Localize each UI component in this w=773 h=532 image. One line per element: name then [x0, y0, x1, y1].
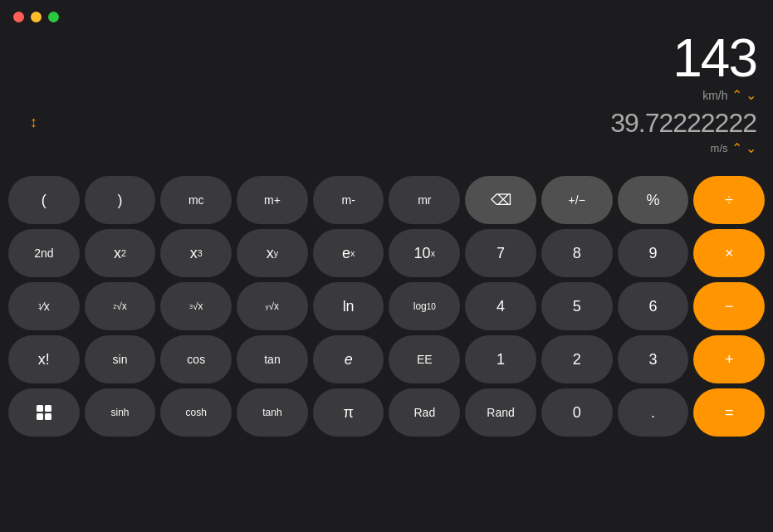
open-paren-button[interactable]: (: [8, 176, 80, 224]
maximize-button[interactable]: [48, 12, 59, 22]
close-button[interactable]: [13, 12, 24, 22]
5-button[interactable]: 5: [541, 282, 613, 330]
close-paren-button[interactable]: ): [85, 176, 156, 224]
calculator-icon-button[interactable]: [8, 388, 80, 437]
mc-button[interactable]: mc: [160, 176, 232, 224]
tan-button[interactable]: tan: [237, 335, 308, 383]
sort-icon[interactable]: ↕: [17, 114, 51, 134]
2-button[interactable]: 2: [541, 335, 613, 383]
svg-rect-0: [37, 405, 43, 412]
tanh-button[interactable]: tanh: [237, 388, 308, 437]
svg-rect-1: [45, 405, 51, 412]
sqrt3-button[interactable]: 3√x: [160, 282, 232, 330]
plus-button[interactable]: +: [693, 335, 765, 383]
1-button[interactable]: 1: [465, 335, 536, 383]
cos-button[interactable]: cos: [160, 335, 232, 383]
decimal-button[interactable]: .: [618, 388, 689, 437]
titlebar: [0, 0, 773, 29]
0-button[interactable]: 0: [541, 388, 613, 437]
e-button[interactable]: e: [313, 335, 384, 383]
7-button[interactable]: 7: [465, 229, 536, 277]
mplus-button[interactable]: m+: [237, 176, 308, 224]
sqrty-button[interactable]: y√x: [237, 282, 308, 330]
x2-button[interactable]: x2: [85, 229, 156, 277]
secondary-display: 39.72222222: [610, 108, 756, 139]
secondary-unit-label: m/s: [711, 142, 728, 154]
minus-button[interactable]: −: [693, 282, 765, 330]
multiply-button[interactable]: ×: [693, 229, 765, 277]
equals-button[interactable]: =: [693, 388, 765, 437]
10x-button[interactable]: 10x: [389, 229, 460, 277]
pi-button[interactable]: π: [313, 388, 384, 437]
6-button[interactable]: 6: [618, 282, 689, 330]
display-area: 143 km/h ⌃ ⌄ ↕ 39.72222222 m/s ⌃ ⌄: [0, 29, 773, 171]
cosh-button[interactable]: cosh: [160, 388, 232, 437]
mr-button[interactable]: mr: [389, 176, 460, 224]
main-unit-label: km/h: [702, 89, 727, 102]
minimize-button[interactable]: [31, 12, 42, 22]
keypad: ( ) mc m+ m- mr ⌫ +/− % ÷ 2nd x2 x3 xy e…: [0, 171, 773, 445]
8-button[interactable]: 8: [541, 229, 613, 277]
sinh-button[interactable]: sinh: [85, 388, 156, 437]
factorial-button[interactable]: x!: [8, 335, 80, 383]
rad-button[interactable]: Rad: [389, 388, 460, 437]
percent-button[interactable]: %: [618, 176, 689, 224]
main-display: 143: [673, 29, 756, 87]
svg-rect-3: [45, 413, 51, 420]
plus-minus-button[interactable]: +/−: [541, 176, 613, 224]
secondary-unit-arrows[interactable]: ⌃ ⌄: [731, 140, 756, 156]
log10-button[interactable]: log10: [389, 282, 460, 330]
sqrt2-button[interactable]: 2√x: [85, 282, 156, 330]
svg-rect-2: [37, 413, 43, 420]
ln-button[interactable]: ln: [313, 282, 384, 330]
sin-button[interactable]: sin: [85, 335, 156, 383]
2nd-button[interactable]: 2nd: [8, 229, 80, 277]
xy-button[interactable]: xy: [237, 229, 308, 277]
backspace-button[interactable]: ⌫: [465, 176, 536, 224]
divide-button[interactable]: ÷: [693, 176, 765, 224]
rand-button[interactable]: Rand: [465, 388, 536, 437]
3-button[interactable]: 3: [618, 335, 689, 383]
ee-button[interactable]: EE: [389, 335, 460, 383]
4-button[interactable]: 4: [465, 282, 536, 330]
1x-button[interactable]: 1⁄x: [8, 282, 80, 330]
mminus-button[interactable]: m-: [313, 176, 384, 224]
9-button[interactable]: 9: [618, 229, 689, 277]
ex-button[interactable]: ex: [313, 229, 384, 277]
x3-button[interactable]: x3: [160, 229, 232, 277]
window: 143 km/h ⌃ ⌄ ↕ 39.72222222 m/s ⌃ ⌄ ( ) m…: [0, 0, 773, 445]
main-unit-arrows[interactable]: ⌃ ⌄: [731, 87, 756, 103]
